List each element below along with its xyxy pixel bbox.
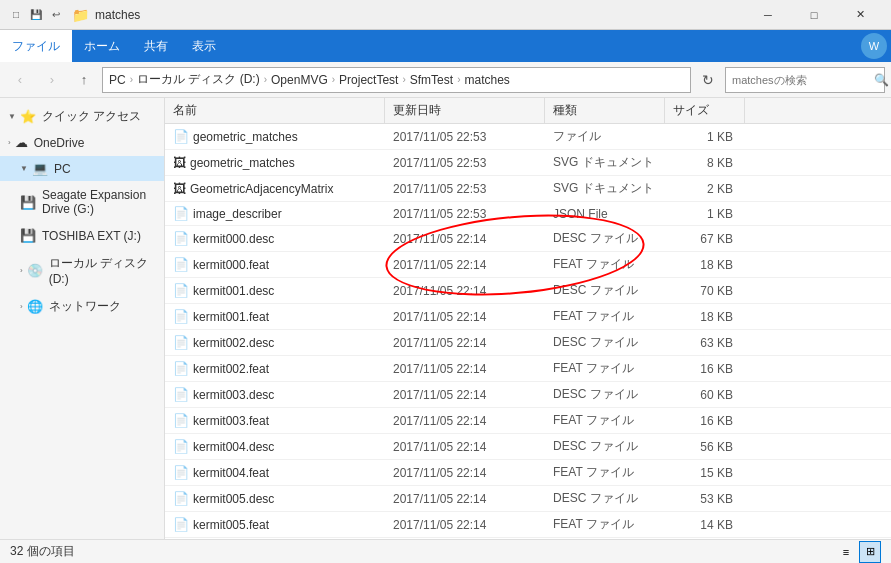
file-icon: 📄 (173, 231, 189, 246)
file-date-cell: 2017/11/05 22:14 (385, 438, 545, 456)
file-icon: 📄 (173, 413, 189, 428)
quick-access-toolbar-save[interactable]: 💾 (28, 7, 44, 23)
search-input[interactable] (732, 74, 870, 86)
file-name-text: kermit001.feat (193, 310, 269, 324)
forward-button[interactable]: › (38, 66, 66, 94)
file-icon: 📄 (173, 439, 189, 454)
table-row[interactable]: 📄 kermit000.desc 2017/11/05 22:14 DESC フ… (165, 226, 891, 252)
file-name-text: kermit005.feat (193, 518, 269, 532)
up-button[interactable]: ↑ (70, 66, 98, 94)
file-type-cell: FEAT ファイル (545, 410, 665, 431)
file-type-cell: SVG ドキュメント (545, 178, 665, 199)
file-rows: 📄 geometric_matches 2017/11/05 22:53 ファイ… (165, 124, 891, 539)
sidebar-header-quick-access[interactable]: ▼ ⭐ クイック アクセス (0, 104, 164, 129)
file-date-cell: 2017/11/05 22:14 (385, 516, 545, 534)
file-type-cell: DESC ファイル (545, 436, 665, 457)
ribbon-tab-file[interactable]: ファイル (0, 30, 72, 62)
refresh-button[interactable]: ↻ (695, 67, 721, 93)
file-name-text: kermit002.feat (193, 362, 269, 376)
file-icon: 🖼 (173, 155, 186, 170)
file-type-cell: DESC ファイル (545, 228, 665, 249)
file-name-text: kermit005.desc (193, 492, 274, 506)
column-name[interactable]: 名前 (165, 98, 385, 123)
file-name-text: geometric_matches (193, 130, 298, 144)
close-button[interactable]: ✕ (837, 0, 883, 30)
sidebar-section-pc: ▼ 💻 PC (0, 156, 164, 181)
address-projecttest[interactable]: ProjectTest (339, 73, 398, 87)
table-row[interactable]: 📄 kermit004.desc 2017/11/05 22:14 DESC フ… (165, 434, 891, 460)
maximize-button[interactable]: □ (791, 0, 837, 30)
view-detail-button[interactable]: ⊞ (859, 541, 881, 563)
column-size[interactable]: サイズ (665, 98, 745, 123)
table-row[interactable]: 📄 kermit003.feat 2017/11/05 22:14 FEAT フ… (165, 408, 891, 434)
ribbon-tab-share[interactable]: 共有 (132, 30, 180, 62)
view-list-button[interactable]: ≡ (835, 541, 857, 563)
table-row[interactable]: 📄 kermit001.desc 2017/11/05 22:14 DESC フ… (165, 278, 891, 304)
file-size-cell: 18 KB (665, 256, 745, 274)
file-name-cell: 📄 image_describer (165, 204, 385, 223)
file-date-cell: 2017/11/05 22:14 (385, 490, 545, 508)
sidebar-section-onedrive: › ☁ OneDrive (0, 131, 164, 154)
table-row[interactable]: 📄 image_describer 2017/11/05 22:53 JSON … (165, 202, 891, 226)
sidebar-item-toshiba[interactable]: 💾 TOSHIBA EXT (J:) (0, 223, 164, 248)
drive-icon-seagate: 💾 (20, 195, 36, 210)
file-icon: 📄 (173, 335, 189, 350)
file-type-cell: FEAT ファイル (545, 462, 665, 483)
sidebar-label-pc: PC (54, 162, 71, 176)
address-matches[interactable]: matches (464, 73, 509, 87)
file-name-cell: 📄 geometric_matches (165, 127, 385, 146)
file-type-cell: FEAT ファイル (545, 358, 665, 379)
titlebar-system-icons: □ 💾 ↩ (8, 7, 64, 23)
titlebar-title-area: 📁 matches (72, 7, 745, 23)
sidebar-header-onedrive[interactable]: › ☁ OneDrive (0, 131, 164, 154)
titlebar: □ 💾 ↩ 📁 matches ─ □ ✕ (0, 0, 891, 30)
file-date-cell: 2017/11/05 22:14 (385, 308, 545, 326)
file-size-cell: 2 KB (665, 180, 745, 198)
table-row[interactable]: 📄 kermit003.desc 2017/11/05 22:14 DESC フ… (165, 382, 891, 408)
quick-access-toolbar-undo[interactable]: ↩ (48, 7, 64, 23)
table-row[interactable]: 📄 geometric_matches 2017/11/05 22:53 ファイ… (165, 124, 891, 150)
address-sfmtest[interactable]: SfmTest (410, 73, 453, 87)
ribbon-tab-home[interactable]: ホーム (72, 30, 132, 62)
main-area: ▼ ⭐ クイック アクセス › ☁ OneDrive ▼ 💻 PC 💾 Seag… (0, 98, 891, 539)
table-row[interactable]: 📄 kermit000.feat 2017/11/05 22:14 FEAT フ… (165, 252, 891, 278)
address-pc[interactable]: PC (109, 73, 126, 87)
cloud-icon: ☁ (15, 135, 28, 150)
table-row[interactable]: 🖼 GeometricAdjacencyMatrix 2017/11/05 22… (165, 176, 891, 202)
sidebar-item-seagate[interactable]: 💾 Seagate Expansion Drive (G:) (0, 183, 164, 221)
sidebar-item-network[interactable]: › 🌐 ネットワーク (0, 293, 164, 320)
file-size-cell: 18 KB (665, 308, 745, 326)
table-row[interactable]: 📄 kermit001.feat 2017/11/05 22:14 FEAT フ… (165, 304, 891, 330)
column-date[interactable]: 更新日時 (385, 98, 545, 123)
file-icon: 📄 (173, 387, 189, 402)
file-name-cell: 🖼 geometric_matches (165, 153, 385, 172)
file-type-cell: FEAT ファイル (545, 306, 665, 327)
address-openmvg[interactable]: OpenMVG (271, 73, 328, 87)
file-name-cell: 📄 kermit003.desc (165, 385, 385, 404)
column-type[interactable]: 種類 (545, 98, 665, 123)
file-name-cell: 📄 kermit002.desc (165, 333, 385, 352)
sidebar-item-local-d[interactable]: › 💿 ローカル ディスク (D:) (0, 250, 164, 291)
table-row[interactable]: 📄 kermit005.feat 2017/11/05 22:14 FEAT フ… (165, 512, 891, 538)
search-box[interactable]: 🔍 (725, 67, 885, 93)
address-local-d[interactable]: ローカル ディスク (D:) (137, 71, 260, 88)
ribbon-tab-view[interactable]: 表示 (180, 30, 228, 62)
table-row[interactable]: 📄 kermit002.desc 2017/11/05 22:14 DESC フ… (165, 330, 891, 356)
sidebar-item-pc[interactable]: ▼ 💻 PC (0, 156, 164, 181)
table-row[interactable]: 📄 kermit005.desc 2017/11/05 22:14 DESC フ… (165, 486, 891, 512)
back-button[interactable]: ‹ (6, 66, 34, 94)
table-row[interactable]: 📄 kermit004.feat 2017/11/05 22:14 FEAT フ… (165, 460, 891, 486)
minimize-button[interactable]: ─ (745, 0, 791, 30)
search-icon: 🔍 (874, 73, 889, 87)
file-name-text: GeometricAdjacencyMatrix (190, 182, 333, 196)
address-sep-3: › (332, 74, 335, 85)
statusbar-item-count: 32 個の項目 (10, 543, 75, 560)
address-bar[interactable]: PC › ローカル ディスク (D:) › OpenMVG › ProjectT… (102, 67, 691, 93)
table-row[interactable]: 🖼 geometric_matches 2017/11/05 22:53 SVG… (165, 150, 891, 176)
table-row[interactable]: 📄 kermit006.desc 2017/11/05 22:14 DESC フ… (165, 538, 891, 539)
filelist-header: 名前 更新日時 種類 サイズ (165, 98, 891, 124)
network-icon: 🌐 (27, 299, 43, 314)
table-row[interactable]: 📄 kermit002.feat 2017/11/05 22:14 FEAT フ… (165, 356, 891, 382)
filelist-wrapper: 名前 更新日時 種類 サイズ 📄 geometric_matches 2017/… (165, 98, 891, 539)
file-name-cell: 🖼 GeometricAdjacencyMatrix (165, 179, 385, 198)
